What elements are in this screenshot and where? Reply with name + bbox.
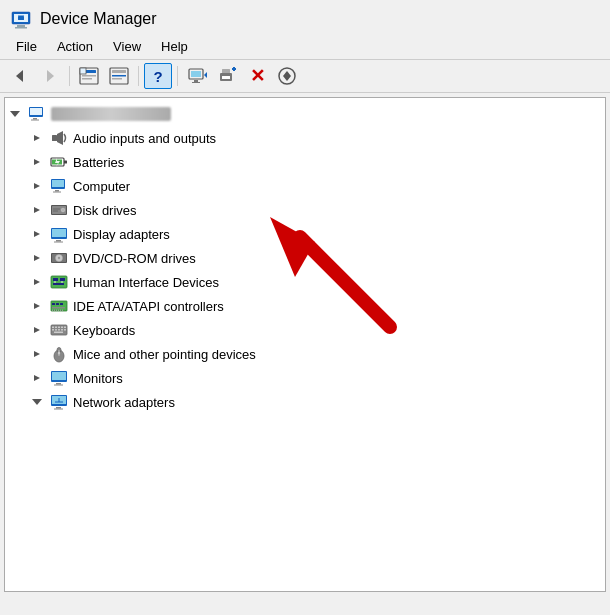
battery-icon <box>49 152 69 172</box>
svg-point-31 <box>285 74 290 79</box>
tree-item-audio[interactable]: Audio inputs and outputs <box>5 126 605 150</box>
svg-marker-62 <box>34 255 40 261</box>
toolbar-help-button[interactable]: ? <box>144 63 172 89</box>
dvd-expand[interactable] <box>29 250 45 266</box>
svg-rect-35 <box>33 118 37 120</box>
disk-expand[interactable] <box>29 202 45 218</box>
svg-rect-12 <box>82 75 96 77</box>
svg-rect-43 <box>64 161 67 164</box>
dvd-label: DVD/CD-ROM drives <box>73 251 196 266</box>
svg-marker-39 <box>57 131 63 145</box>
tree-root[interactable] <box>5 102 605 126</box>
tree-item-network[interactable]: Network adapters <box>5 390 605 414</box>
svg-rect-93 <box>64 327 66 329</box>
disk-icon <box>49 200 69 220</box>
svg-rect-25 <box>222 76 230 79</box>
computer-icon <box>27 104 47 124</box>
svg-rect-72 <box>53 283 64 285</box>
svg-rect-17 <box>112 75 126 77</box>
svg-rect-94 <box>52 329 54 331</box>
svg-rect-61 <box>54 242 63 243</box>
audio-label: Audio inputs and outputs <box>73 131 216 146</box>
svg-marker-87 <box>34 327 40 333</box>
ide-icon <box>49 296 69 316</box>
tree-item-ide[interactable]: IDE ATA/ATAPI controllers <box>5 294 605 318</box>
tree-container: Audio inputs and outputs <box>5 98 605 418</box>
svg-rect-91 <box>58 327 60 329</box>
svg-marker-37 <box>34 135 40 141</box>
svg-rect-108 <box>52 372 66 380</box>
svg-marker-40 <box>34 159 40 165</box>
audio-expand[interactable] <box>29 130 45 146</box>
svg-rect-49 <box>53 192 61 193</box>
mice-expand[interactable] <box>29 346 45 362</box>
ide-expand[interactable] <box>29 298 45 314</box>
menu-help[interactable]: Help <box>153 36 196 57</box>
svg-point-67 <box>59 258 60 259</box>
tree-item-display[interactable]: Display adapters <box>5 222 605 246</box>
toolbar-update-button[interactable] <box>273 63 301 89</box>
tree-item-mice[interactable]: Mice and other pointing devices <box>5 342 605 366</box>
svg-rect-21 <box>194 80 198 82</box>
menu-view[interactable]: View <box>105 36 149 57</box>
svg-rect-114 <box>56 407 61 409</box>
app-icon <box>10 8 32 30</box>
svg-rect-60 <box>56 240 61 242</box>
hid-expand[interactable] <box>29 274 45 290</box>
hid-label: Human Interface Devices <box>73 275 219 290</box>
root-expand[interactable] <box>7 106 23 122</box>
tree-item-dvd[interactable]: DVD/CD-ROM drives <box>5 246 605 270</box>
menu-file[interactable]: File <box>8 36 45 57</box>
title-bar: Device Manager <box>0 0 610 34</box>
svg-rect-16 <box>112 70 126 73</box>
svg-marker-111 <box>32 399 42 405</box>
svg-rect-90 <box>55 327 57 329</box>
svg-point-54 <box>62 209 63 210</box>
network-expand[interactable] <box>29 394 45 410</box>
tree-item-batteries[interactable]: Batteries <box>5 150 605 174</box>
menu-bar: File Action View Help <box>0 34 610 60</box>
network-label: Network adapters <box>73 395 175 410</box>
svg-marker-57 <box>34 231 40 237</box>
svg-rect-69 <box>51 276 67 288</box>
svg-marker-32 <box>10 111 20 117</box>
toolbar-back-button[interactable] <box>6 63 34 89</box>
svg-rect-81 <box>52 310 53 312</box>
batteries-expand[interactable] <box>29 154 45 170</box>
toolbar-remove-button[interactable]: ✕ <box>243 63 271 89</box>
tree-item-computer[interactable]: Computer <box>5 174 605 198</box>
svg-rect-80 <box>52 307 65 309</box>
disk-label: Disk drives <box>73 203 137 218</box>
tree-item-hid[interactable]: Human Interface Devices <box>5 270 605 294</box>
toolbar-forward-button[interactable] <box>36 63 64 89</box>
computer-name <box>51 107 171 121</box>
keyboard-expand[interactable] <box>29 322 45 338</box>
svg-rect-71 <box>60 278 65 281</box>
svg-rect-78 <box>56 303 59 305</box>
svg-rect-70 <box>53 278 58 281</box>
toolbar-sep-2 <box>138 66 139 86</box>
monitors-expand[interactable] <box>29 370 45 386</box>
display-expand[interactable] <box>29 226 45 242</box>
tree-item-monitors[interactable]: Monitors <box>5 366 605 390</box>
mouse-icon <box>49 344 69 364</box>
toolbar: ? ✕ <box>0 60 610 93</box>
pc-icon <box>49 176 69 196</box>
toolbar-view2-button[interactable] <box>105 63 133 89</box>
tree-item-keyboard[interactable]: Keyboards <box>5 318 605 342</box>
menu-action[interactable]: Action <box>49 36 101 57</box>
svg-rect-36 <box>31 120 39 121</box>
svg-rect-20 <box>191 71 201 77</box>
svg-rect-56 <box>53 211 58 212</box>
tree-item-disk[interactable]: Disk drives <box>5 198 605 222</box>
computer-expand[interactable] <box>29 178 45 194</box>
mice-label: Mice and other pointing devices <box>73 347 256 362</box>
toolbar-scan-button[interactable] <box>183 63 211 89</box>
svg-rect-22 <box>192 82 200 83</box>
keyboard-label: Keyboards <box>73 323 135 338</box>
svg-rect-92 <box>61 327 63 329</box>
computer-label: Computer <box>73 179 130 194</box>
device-tree[interactable]: Audio inputs and outputs <box>4 97 606 592</box>
toolbar-view1-button[interactable] <box>75 63 103 89</box>
toolbar-add-button[interactable] <box>213 63 241 89</box>
